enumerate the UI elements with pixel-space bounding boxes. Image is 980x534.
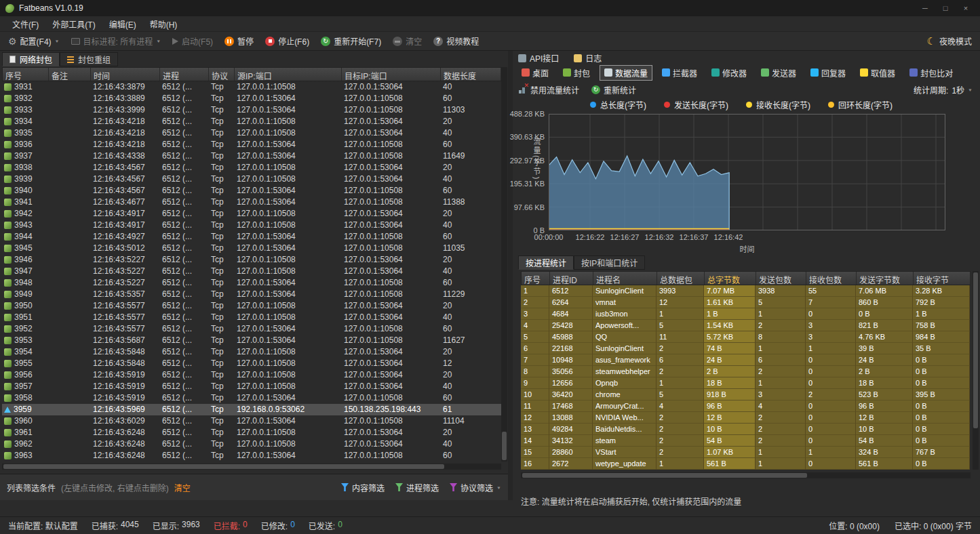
table-row[interactable]: 394012:16:43:45676512 (...Tcp127.0.0.1:5… <box>2 185 501 197</box>
table-row[interactable]: 396112:16:43:62486512 (...Tcp127.0.0.1:1… <box>2 427 501 438</box>
close-button[interactable]: × <box>957 3 975 14</box>
content-filter-button[interactable]: 内容筛选 <box>341 482 385 493</box>
config-button[interactable]: ⚙ 配置(F4) ▼ <box>8 35 60 47</box>
table-row[interactable]: 395012:16:43:55776512 (...Tcp127.0.0.1:1… <box>2 300 501 312</box>
table-row[interactable]: 396212:16:43:62486512 (...Tcp127.0.0.1:1… <box>2 438 501 450</box>
recount-button[interactable]: ↻ 重新统计 <box>591 84 636 96</box>
minimize-button[interactable]: ─ <box>916 3 934 14</box>
legend-item[interactable]: 发送长度(字节) <box>664 99 728 110</box>
column-header[interactable]: 发送字节数 <box>857 272 914 285</box>
table-row[interactable]: 395512:16:43:58486512 (...Tcp127.0.0.1:1… <box>2 358 501 369</box>
tab-packets[interactable]: 封包 <box>558 65 595 81</box>
table-row[interactable]: 393212:16:43:38896512 (...Tcp127.0.0.1:5… <box>2 93 501 104</box>
tab-modifier[interactable]: 修改器 <box>707 65 751 81</box>
menu-item[interactable]: 帮助(H) <box>143 17 184 31</box>
table-row[interactable]: 394212:16:43:49176512 (...Tcp127.0.0.1:1… <box>2 208 501 220</box>
table-row[interactable]: 394612:16:43:52276512 (...Tcp127.0.0.1:1… <box>2 254 501 266</box>
tutorial-button[interactable]: ? 视频教程 <box>433 35 479 47</box>
table-row[interactable]: 393312:16:43:39996512 (...Tcp127.0.0.1:5… <box>2 104 501 116</box>
table-row[interactable]: 710948asus_framework624 B6024 B0 B <box>521 354 971 366</box>
protocol-filter-button[interactable]: 协议筛选 ▼ <box>450 482 501 493</box>
column-header[interactable]: 接收字节 <box>914 272 971 285</box>
legend-item[interactable]: 回环长度(字节) <box>828 99 893 110</box>
menu-item[interactable]: 文件(F) <box>5 17 45 31</box>
table-row[interactable]: 1434132steam254 B2054 B0 B <box>521 435 971 447</box>
table-row[interactable]: 1036420chrome5918 B32523 B395 B <box>521 389 971 400</box>
table-row[interactable]: 393112:16:43:38796512 (...Tcp127.0.0.1:1… <box>2 81 501 93</box>
tab-by-ip-port[interactable]: 按IP和端口统计 <box>574 255 645 270</box>
filter-clear-button[interactable]: 清空 <box>174 482 191 493</box>
tab-compare[interactable]: 封包比对 <box>905 65 958 81</box>
scrollbar-thumb[interactable] <box>502 432 507 460</box>
menu-item[interactable]: 外部工具(T) <box>45 17 102 31</box>
table-row[interactable]: 622168SunloginClient274 B1139 B35 B <box>521 343 971 354</box>
table-row[interactable]: 394512:16:43:50126512 (...Tcp127.0.0.1:5… <box>2 243 501 254</box>
column-header[interactable]: 进程名 <box>593 272 657 285</box>
table-row[interactable]: 393812:16:43:45676512 (...Tcp127.0.0.1:1… <box>2 162 501 173</box>
tab-by-process[interactable]: 按进程统计 <box>518 255 574 270</box>
table-row[interactable]: 835056steamwebhelper22 B202 B0 B <box>521 366 971 377</box>
stats-table-hscrollbar[interactable] <box>521 472 971 478</box>
table-row[interactable]: 395912:16:43:59696512 (...Tcp192.168.0.9… <box>2 404 501 415</box>
table-row[interactable]: 395812:16:43:59196512 (...Tcp127.0.0.1:5… <box>2 392 501 404</box>
table-row[interactable]: 393412:16:43:42186512 (...Tcp127.0.0.1:1… <box>2 116 501 127</box>
menu-item[interactable]: 编辑(E) <box>102 17 143 31</box>
legend-item[interactable]: 总长度(字节) <box>590 99 646 110</box>
tab-desktop[interactable]: 桌面 <box>517 65 553 81</box>
table-row[interactable]: 1213088NVIDIA Web...212 B2012 B0 B <box>521 412 971 424</box>
target-process-button[interactable]: 目标进程: 所有进程 ▼ <box>71 35 161 47</box>
tab-replier[interactable]: 回复器 <box>806 65 850 81</box>
packet-table-hscrollbar[interactable] <box>2 464 501 470</box>
tab-network-packets[interactable]: 网络封包 <box>2 52 60 66</box>
column-header[interactable]: 序号 <box>3 68 49 81</box>
table-row[interactable]: 393512:16:43:42186512 (...Tcp127.0.0.1:1… <box>2 127 501 139</box>
pause-button[interactable]: 暂停 <box>224 35 254 47</box>
start-button[interactable]: 启动(F5) <box>172 35 213 47</box>
table-row[interactable]: 395712:16:43:59196512 (...Tcp127.0.0.1:1… <box>2 381 501 392</box>
column-header[interactable]: 数据长度 <box>441 68 501 81</box>
column-header[interactable]: 总字节数 <box>705 272 756 285</box>
stats-table-vscrollbar[interactable] <box>973 271 979 470</box>
scrollbar-thumb[interactable] <box>973 272 978 428</box>
tab-interceptor[interactable]: 拦截器 <box>657 65 702 81</box>
column-header[interactable]: 备注 <box>49 68 91 81</box>
stop-button[interactable]: 停止(F6) <box>265 35 309 47</box>
column-header[interactable]: 源IP:端口 <box>235 68 342 81</box>
tab-packet-reassembly[interactable]: 封包重组 <box>60 52 118 66</box>
panel-splitter[interactable] <box>508 51 513 500</box>
table-row[interactable]: 394712:16:43:52276512 (...Tcp127.0.0.1:1… <box>2 266 501 277</box>
table-row[interactable]: 394412:16:43:49276512 (...Tcp127.0.0.1:5… <box>2 231 501 243</box>
legend-item[interactable]: 接收长度(字节) <box>746 99 810 110</box>
table-row[interactable]: 395112:16:43:55776512 (...Tcp127.0.0.1:1… <box>2 312 501 323</box>
table-row[interactable]: 912656Opnqb118 B1018 B0 B <box>521 377 971 389</box>
disable-traffic-stats-button[interactable]: 禁用流量统计 <box>518 84 579 96</box>
table-row[interactable]: 425428Apowersoft...51.54 KB23821 B758 B <box>521 320 971 331</box>
column-header[interactable]: 进程 <box>160 68 209 81</box>
table-row[interactable]: 395612:16:43:59196512 (...Tcp127.0.0.1:1… <box>2 369 501 381</box>
maximize-button[interactable]: □ <box>937 3 954 14</box>
packet-table-vscrollbar[interactable] <box>501 67 507 461</box>
scrollbar-thumb[interactable] <box>522 473 807 478</box>
table-row[interactable]: 393612:16:43:42186512 (...Tcp127.0.0.1:5… <box>2 139 501 150</box>
tab-log[interactable]: 日志 <box>574 52 602 64</box>
table-row[interactable]: 393912:16:43:45676512 (...Tcp127.0.0.1:1… <box>2 173 501 185</box>
column-header[interactable]: 接收包数 <box>806 272 857 285</box>
table-row[interactable]: 394812:16:43:52276512 (...Tcp127.0.0.1:5… <box>2 277 501 289</box>
table-row[interactable]: 394112:16:43:46776512 (...Tcp127.0.0.1:5… <box>2 197 501 208</box>
table-row[interactable]: 34684iusb3mon11 B100 B1 B <box>521 308 971 320</box>
clear-button[interactable]: 清空 <box>393 35 422 47</box>
column-header[interactable]: 目标IP:端口 <box>342 68 441 81</box>
column-header[interactable]: 序号 <box>522 272 550 285</box>
stat-period-selector[interactable]: 统计周期: 1秒 ▼ <box>914 84 973 96</box>
restart-button[interactable]: ↻ 重新开始(F7) <box>321 35 381 47</box>
night-mode-button[interactable]: ☾ 夜晚模式 <box>927 35 972 47</box>
tab-api[interactable]: API接口 <box>518 52 559 64</box>
table-row[interactable]: 395312:16:43:56876512 (...Tcp127.0.0.1:5… <box>2 335 501 346</box>
table-row[interactable]: 1349284BaiduNetdis...210 B2010 B0 B <box>521 424 971 435</box>
table-row[interactable]: 545988QQ115.72 KB834.76 KB984 B <box>521 331 971 343</box>
table-row[interactable]: 393712:16:43:43386512 (...Tcp127.0.0.1:5… <box>2 150 501 162</box>
table-row[interactable]: 16512SunloginClient39937.07 MB3938557.06… <box>521 285 971 297</box>
tab-extractor[interactable]: 取值器 <box>855 65 900 81</box>
column-header[interactable]: 发送包数 <box>756 272 806 285</box>
table-row[interactable]: 394912:16:43:53576512 (...Tcp127.0.0.1:5… <box>2 289 501 300</box>
